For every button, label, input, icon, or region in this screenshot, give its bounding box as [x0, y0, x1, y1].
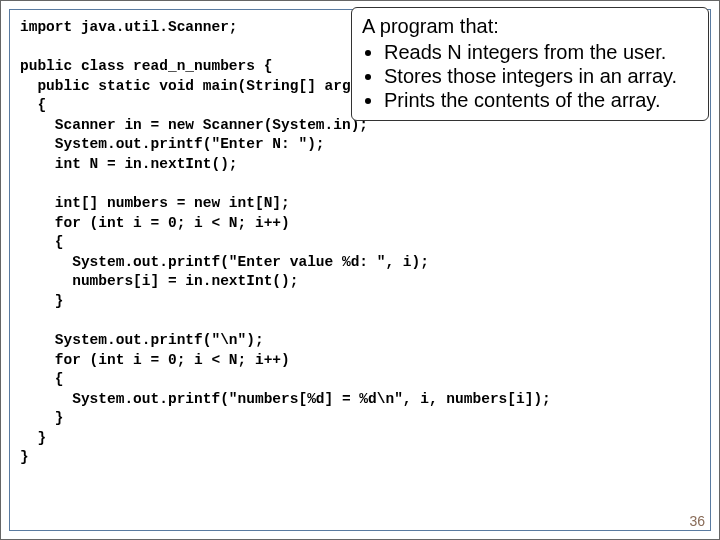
code-line: System.out.printf("Enter N: "); [20, 136, 325, 152]
code-line: } [20, 293, 64, 309]
code-line: for (int i = 0; i < N; i++) [20, 215, 290, 231]
slide: import java.util.Scanner; public class r… [0, 0, 720, 540]
code-line: } [20, 430, 46, 446]
callout-bullet: Prints the contents of the array. [384, 88, 698, 112]
code-line: int[] numbers = new int[N]; [20, 195, 290, 211]
code-line: System.out.printf("\n"); [20, 332, 264, 348]
code-line: for (int i = 0; i < N; i++) [20, 352, 290, 368]
callout-bullet: Stores those integers in an array. [384, 64, 698, 88]
code-line: numbers[i] = in.nextInt(); [20, 273, 298, 289]
code-line: import java.util.Scanner; [20, 19, 238, 35]
description-callout: A program that: Reads N integers from th… [351, 7, 709, 121]
code-line: System.out.printf("numbers[%d] = %d\n", … [20, 391, 551, 407]
code-line: public static void main(String[] args) [20, 78, 368, 94]
code-line: Scanner in = new Scanner(System.in); [20, 117, 368, 133]
callout-title: A program that: [362, 14, 698, 38]
page-number: 36 [689, 513, 705, 529]
code-line: public class read_n_numbers { [20, 58, 272, 74]
code-line: System.out.printf("Enter value %d: ", i)… [20, 254, 429, 270]
code-line: } [20, 449, 29, 465]
code-line: } [20, 410, 64, 426]
code-line: int N = in.nextInt(); [20, 156, 238, 172]
callout-bullet: Reads N integers from the user. [384, 40, 698, 64]
callout-list: Reads N integers from the user. Stores t… [362, 40, 698, 112]
code-line: { [20, 97, 46, 113]
code-line: { [20, 371, 64, 387]
code-line: { [20, 234, 64, 250]
